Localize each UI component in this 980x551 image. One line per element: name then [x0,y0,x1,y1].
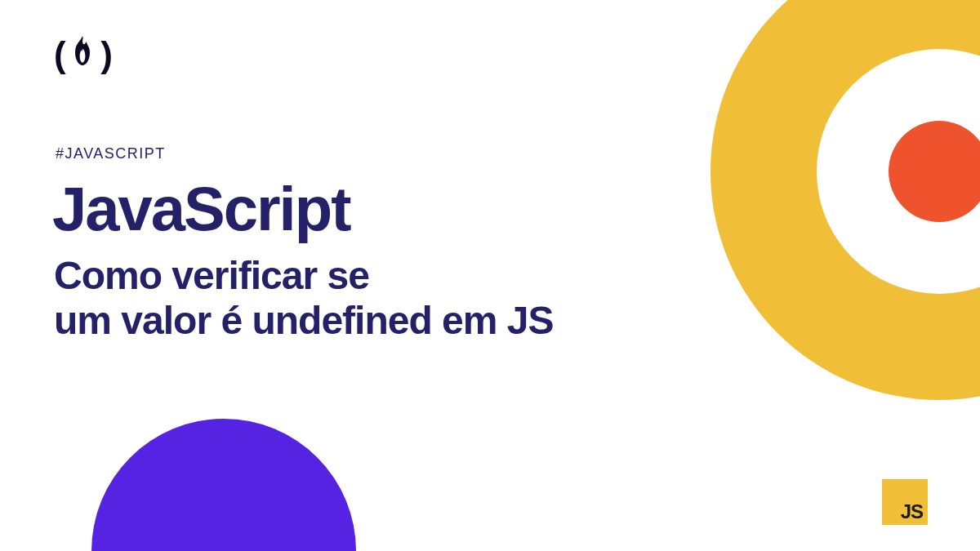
subtitle-line-2: um valor é undefined em JS [54,298,554,343]
fire-icon [71,36,94,72]
subtitle-line-1: Como verificar se [54,253,554,298]
logo-left-paren: ( [54,34,65,74]
purple-semicircle-shape [91,419,356,551]
javascript-badge-icon: JS [882,479,928,525]
category-hashtag: #JAVASCRIPT [56,145,166,162]
page-title: JavaScript [52,176,350,242]
freecodecamp-logo: ( ) [54,34,111,75]
logo-right-paren: ) [100,34,111,74]
orange-dot-shape [889,121,980,222]
page-subtitle: Como verificar se um valor é undefined e… [54,253,554,343]
js-badge-text: JS [901,500,923,523]
